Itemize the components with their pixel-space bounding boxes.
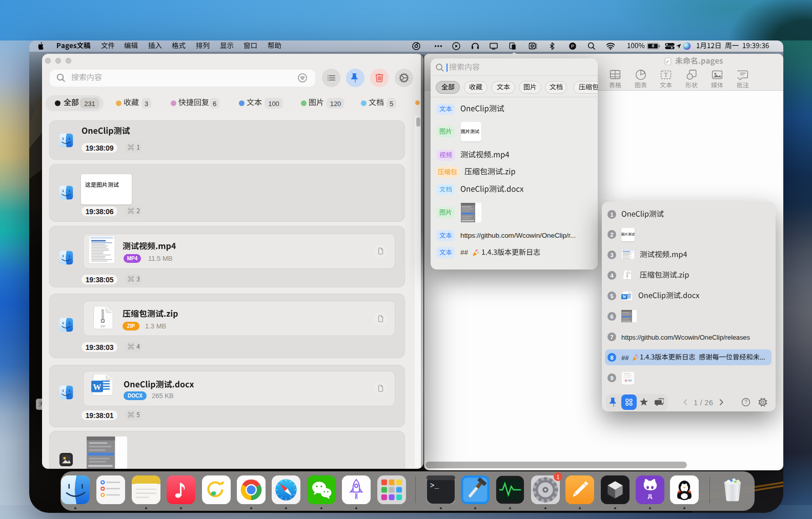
svg-text:ZIP: ZIP [626,278,628,279]
svg-text:ZIP: ZIP [100,324,106,328]
svg-text:>_: >_ [430,482,439,490]
svg-text:T: T [664,72,667,78]
svg-text:P: P [571,44,574,49]
svg-text:?: ? [744,399,747,405]
svg-text:W: W [622,295,626,299]
svg-text:W: W [93,382,102,392]
